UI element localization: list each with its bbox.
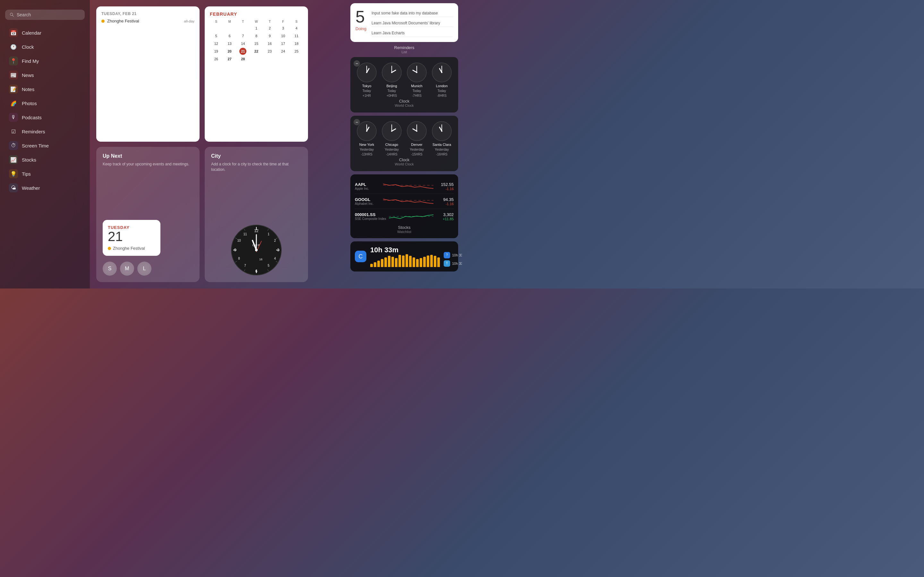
mini-cal-day-cell[interactable]: 6 (226, 32, 233, 39)
mini-cal-day-cell[interactable]: 12 (213, 40, 220, 47)
clock-world-minus-1[interactable]: − (354, 60, 360, 67)
svg-text:7: 7 (244, 264, 246, 268)
mini-cal-day-cell[interactable]: 16 (266, 40, 273, 47)
weather-icon: 🌤 (9, 183, 18, 192)
sidebar-item-podcasts[interactable]: 🎙 Podcasts (3, 110, 87, 124)
screen-time-bar (420, 258, 422, 267)
participant-circles: S M L (103, 261, 193, 276)
mini-cal-day-cell[interactable]: 10 (279, 32, 286, 39)
sidebar-item-stocks[interactable]: 📈 Stocks (3, 153, 87, 167)
stock-values: 3,302 +11.85 (436, 212, 454, 221)
stocks-list: AAPL Apple Inc. 152.55 -1.16 GOOGL Alpha… (355, 179, 454, 224)
stock-change: -1.16 (436, 202, 454, 206)
clock-world-1-label: Clock (355, 99, 453, 103)
clock-city-offset: +0HRS (387, 94, 397, 97)
svg-text:10: 10 (237, 239, 241, 242)
clock-city-offset: -13HRS (361, 153, 373, 156)
sidebar-label-clock: Clock (22, 44, 34, 50)
mini-cal-day-cell[interactable]: 9 (266, 32, 273, 39)
svg-text:5: 5 (268, 264, 270, 268)
mini-cal-day-cell[interactable]: 20 (226, 48, 233, 55)
mini-cal-dow: F (277, 19, 290, 24)
clock-world-minus-2[interactable]: − (354, 119, 360, 125)
sidebar-label-news: News (22, 73, 34, 78)
mini-cal-day-cell[interactable]: 4 (293, 25, 300, 32)
mini-calendar-month: FEBRUARY (210, 11, 303, 17)
mini-cal-day-cell[interactable]: 8 (253, 32, 260, 39)
clock-world-2-cities: New York Yesterday -13HRS Chicago Yester… (355, 121, 453, 156)
screen-time-bar (388, 256, 391, 267)
screen-time-app-time-1: 10h 33m (452, 253, 462, 257)
sidebar-item-clock[interactable]: 🕐 Clock (3, 40, 87, 54)
svg-point-56 (391, 131, 393, 132)
clock-city-offset: -8HRS (437, 94, 447, 97)
mini-cal-day-cell[interactable]: 19 (213, 48, 220, 55)
mini-cal-day-cell[interactable]: 15 (253, 40, 260, 47)
mini-cal-day-cell[interactable]: 25 (293, 48, 300, 55)
mini-cal-day-cell[interactable]: 23 (266, 48, 273, 55)
sidebar-item-weather[interactable]: 🌤 Weather (3, 181, 87, 195)
screen-time-icon: C (355, 251, 367, 262)
mini-cal-day-cell (239, 25, 246, 32)
sidebar-item-photos[interactable]: 🌈 Photos (3, 96, 87, 110)
sidebar-item-news[interactable]: 📰 News (3, 68, 87, 82)
mini-cal-day-cell[interactable]: 24 (279, 48, 286, 55)
search-bar[interactable]: Search (5, 10, 85, 20)
reminders-section: Reminders List (351, 45, 458, 54)
clock-world-1-sub: World Clock (355, 103, 453, 107)
sidebar-label-podcasts: Podcasts (22, 115, 42, 120)
mini-cal-day-cell[interactable]: 11 (293, 32, 300, 39)
sidebar-item-calendar[interactable]: 📅 Calendar (3, 26, 87, 40)
upnext-date-card: TUESDAY 21 Zhonghe Festival (103, 220, 160, 256)
mini-cal-day-cell[interactable]: 18 (293, 40, 300, 47)
sidebar-item-findmy[interactable]: 📍 Find My (3, 54, 87, 68)
sidebar-label-weather: Weather (22, 185, 40, 191)
screen-time-app-row-1: ? 10h 33m (444, 252, 462, 258)
screen-time-bar (384, 258, 387, 267)
stocks-label: Stocks (355, 225, 454, 230)
clock-city-when: Yesterday (360, 148, 374, 151)
mini-cal-day-cell[interactable]: 5 (213, 32, 220, 39)
clock-city-offset: -15HRS (411, 153, 423, 156)
mini-cal-day-cell[interactable]: 26 (213, 55, 220, 63)
mini-cal-day-cell[interactable]: 1 (253, 25, 260, 32)
mini-cal-day-cell (253, 55, 260, 63)
sidebar: Search 📅 Calendar 🕐 Clock 📍 Find My 📰 Ne… (0, 0, 90, 288)
mini-cal-day-cell[interactable]: 2 (266, 25, 273, 32)
screen-time-bar (434, 256, 436, 267)
clock-city-name: Denver (411, 143, 422, 147)
mini-cal-day-cell[interactable]: 22 (253, 48, 260, 55)
participant-l: L (137, 261, 152, 276)
screen-time-bar (405, 254, 408, 267)
sidebar-item-screentime[interactable]: ⏱ Screen Time (3, 139, 87, 153)
mini-cal-day-cell[interactable]: 13 (226, 40, 233, 47)
svg-text:16: 16 (259, 258, 262, 261)
sidebar-item-reminders[interactable]: ☑ Reminders (3, 124, 87, 139)
city-clock-title: City (211, 153, 302, 159)
sidebar-label-tips: Tips (22, 171, 31, 177)
screen-time-bar (377, 261, 380, 267)
stock-row: GOOGL Alphabet Inc. 94.35 -1.16 (355, 194, 454, 209)
mini-cal-day-cell[interactable]: 21 (239, 48, 246, 55)
svg-point-52 (366, 131, 367, 132)
mini-cal-day-cell (279, 55, 286, 63)
stock-price: 152.55 (436, 182, 454, 187)
participant-m: M (120, 261, 134, 276)
svg-text:8: 8 (238, 257, 240, 260)
mini-cal-day-cell[interactable]: 17 (279, 40, 286, 47)
sidebar-item-tips[interactable]: 💡 Tips (3, 167, 87, 181)
mini-cal-day-cell[interactable]: 28 (239, 55, 246, 63)
mini-cal-day-cell[interactable]: 7 (239, 32, 246, 39)
sidebar-item-notes[interactable]: 📝 Notes (3, 82, 87, 96)
clock-city-london: London Today -8HRS (431, 62, 452, 97)
screen-time-bars (370, 254, 440, 267)
clock-city-offset: -7HRS (412, 94, 422, 97)
sidebar-label-screentime: Screen Time (22, 143, 49, 148)
clock-city-chicago: Chicago Yesterday -14HRS (381, 121, 402, 156)
mini-cal-day-cell[interactable]: 14 (239, 40, 246, 47)
sidebar-label-stocks: Stocks (22, 157, 36, 163)
screen-time-bar (409, 256, 412, 267)
mini-cal-day-cell[interactable]: 3 (279, 25, 286, 32)
mini-cal-day-cell[interactable]: 27 (226, 55, 233, 63)
clock-city-beijing: Beijing Today +0HRS (381, 62, 402, 97)
